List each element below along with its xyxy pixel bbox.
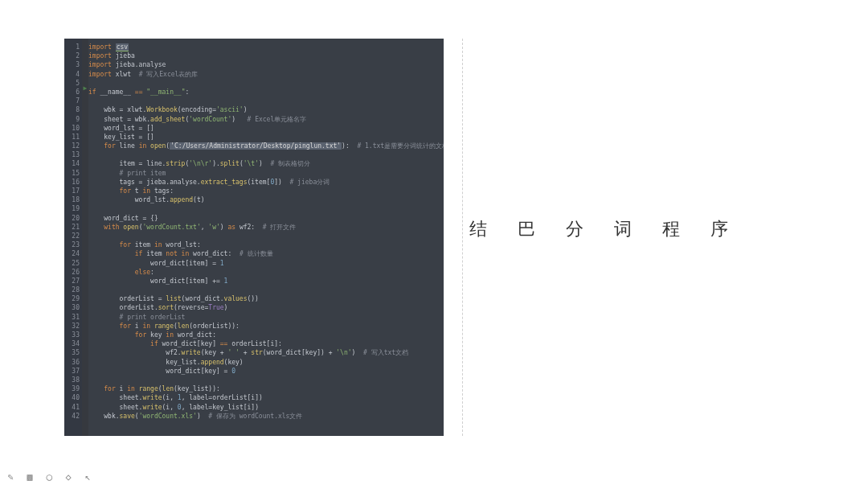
slide-title: 结巴分词程序 <box>469 217 855 241</box>
code-editor: 1234567891011121314151617181920212223242… <box>64 39 444 436</box>
gutter-ribbon: ▶ <box>82 39 88 436</box>
vertical-divider <box>462 39 463 436</box>
image-icon[interactable]: ▩ <box>24 471 35 483</box>
line-number-gutter: 1234567891011121314151617181920212223242… <box>64 39 82 436</box>
tag-icon[interactable]: ◇ <box>63 471 74 483</box>
slide: 1234567891011121314151617181920212223242… <box>0 0 868 489</box>
shape-icon[interactable]: ◯ <box>43 471 55 483</box>
code-body: import csvimport jiebaimport jieba.analy… <box>88 39 444 436</box>
pencil-icon[interactable]: ✎ <box>5 471 16 483</box>
bottom-toolbar: ✎ ▩ ◯ ◇ ↖ <box>5 471 93 483</box>
cursor-icon[interactable]: ↖ <box>82 471 93 483</box>
